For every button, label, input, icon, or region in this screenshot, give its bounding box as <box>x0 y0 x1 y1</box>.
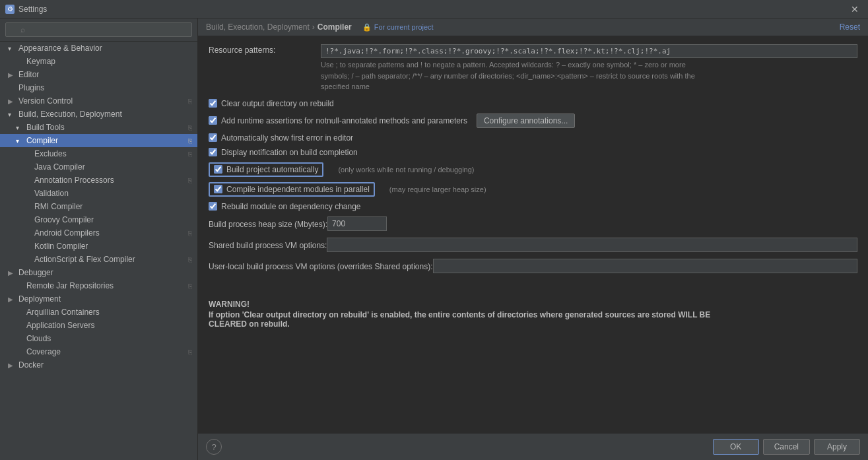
sidebar-item-java-compiler[interactable]: Java Compiler <box>0 160 197 174</box>
sidebar-item-debugger[interactable]: ▶ Debugger <box>0 266 197 279</box>
resource-patterns-input[interactable] <box>321 44 857 58</box>
sidebar-item-excludes[interactable]: Excludes ⎘ <box>0 147 197 160</box>
sidebar-item-label-editor: Editor <box>18 70 39 79</box>
copy-icon-build-tools: ⎘ <box>188 124 192 131</box>
sidebar-tree: ▾ Appearance & Behavior Keymap ▶ Editor … <box>0 42 197 460</box>
sidebar-item-compiler[interactable]: ▾ Compiler ⎘ <box>0 134 197 147</box>
checkbox-label-compile: Compile independent modules in parallel <box>226 185 370 194</box>
checkbox-rebuild[interactable] <box>209 202 217 211</box>
user-vm-row: User-local build process VM options (ove… <box>209 259 857 273</box>
sidebar-item-annotation[interactable]: Annotation Processors ⎘ <box>0 174 197 187</box>
ok-button[interactable]: OK <box>713 439 759 455</box>
checkbox-clear-output[interactable] <box>209 99 217 108</box>
sidebar-item-label-kotlin: Kotlin Compiler <box>34 242 88 251</box>
sidebar-item-build-tools[interactable]: ▾ Build Tools ⎘ <box>0 121 197 134</box>
resource-patterns-container: Use ; to separate patterns and ! to nega… <box>321 44 857 92</box>
checkbox-note-build-auto: (only works while not running / debuggin… <box>338 166 474 174</box>
warning-block: WARNING! If option 'Clear output directo… <box>209 300 857 329</box>
breadcrumb: Build, Execution, Deployment › Compiler … <box>206 22 434 32</box>
close-button[interactable]: ✕ <box>847 3 863 16</box>
checkbox-row-autoshow: Automatically show first error in editor <box>209 133 857 143</box>
resource-patterns-label: Resource patterns: <box>209 44 321 55</box>
sidebar-item-kotlin[interactable]: Kotlin Compiler <box>0 240 197 253</box>
apply-button[interactable]: Apply <box>814 439 860 455</box>
sidebar-item-label-debugger: Debugger <box>18 268 53 277</box>
sidebar-item-label-arquillian: Arquillian Containers <box>26 308 100 317</box>
sidebar-item-label-plugins: Plugins <box>18 83 44 92</box>
search-input[interactable] <box>5 22 192 37</box>
checkbox-label-clear: Clear output directory on rebuild <box>221 99 334 108</box>
checkbox-row-notification: Display notification on build completion <box>209 148 857 157</box>
copy-icon-vc: ⎘ <box>188 98 192 105</box>
expand-arrow-editor: ▶ <box>8 71 16 79</box>
checkbox-label-autoshow: Automatically show first error in editor <box>221 133 353 143</box>
sidebar-item-label-excludes: Excludes <box>34 149 67 158</box>
checkbox-autoshow[interactable] <box>209 133 217 142</box>
sidebar-item-coverage[interactable]: Coverage ⎘ <box>0 345 197 358</box>
settings-icon: ⚙ <box>5 5 15 14</box>
title-bar-left: ⚙ Settings <box>5 5 47 14</box>
sidebar-item-groovy[interactable]: Groovy Compiler <box>0 213 197 226</box>
shared-vm-label: Shared build process VM options: <box>209 240 327 250</box>
sidebar-item-label-validation: Validation <box>34 189 69 198</box>
sidebar-item-keymap[interactable]: Keymap <box>0 55 197 68</box>
checkbox-row-rebuild: Rebuild module on dependency change <box>209 202 857 211</box>
sidebar-item-version-control[interactable]: ▶ Version Control ⎘ <box>0 94 197 108</box>
checkbox-row-build-auto: Build project automatically (only works … <box>209 162 857 177</box>
checkbox-row-clear: Clear output directory on rebuild <box>209 99 857 108</box>
sidebar-item-plugins[interactable]: Plugins <box>0 81 197 94</box>
warning-title: WARNING! <box>209 300 857 309</box>
resource-patterns-hint: Use ; to separate patterns and ! to nega… <box>321 59 857 92</box>
project-label-text: For current project <box>374 23 434 31</box>
shared-vm-input[interactable] <box>327 238 857 252</box>
sidebar-item-arquillian[interactable]: Arquillian Containers <box>0 306 197 319</box>
resource-patterns-row: Resource patterns: Use ; to separate pat… <box>209 44 857 92</box>
heap-size-input[interactable] <box>327 216 387 231</box>
sidebar: 🔍 ▾ Appearance & Behavior Keymap ▶ Edito… <box>0 18 198 460</box>
breadcrumb-bar: Build, Execution, Deployment › Compiler … <box>198 18 868 36</box>
sidebar-item-rmi[interactable]: RMI Compiler <box>0 200 197 213</box>
checkbox-note-compile: (may require larger heap size) <box>389 185 486 193</box>
copy-icon-excludes: ⎘ <box>188 150 192 158</box>
sidebar-item-label-android: Android Compilers <box>34 228 100 238</box>
sidebar-item-app-servers[interactable]: Application Servers <box>0 319 197 332</box>
checkbox-label-notification: Display notification on build completion <box>221 148 358 157</box>
title-bar-title: Settings <box>18 5 47 14</box>
sidebar-item-deployment[interactable]: ▶ Deployment <box>0 292 197 306</box>
expand-arrow-docker: ▶ <box>8 362 16 369</box>
dialog: 🔍 ▾ Appearance & Behavior Keymap ▶ Edito… <box>0 18 868 460</box>
reset-link[interactable]: Reset <box>840 22 860 32</box>
configure-annotations-button[interactable]: Configure annotations... <box>477 114 575 128</box>
sidebar-item-docker[interactable]: ▶ Docker <box>0 358 197 372</box>
sidebar-item-clouds[interactable]: Clouds <box>0 332 197 345</box>
user-vm-input[interactable] <box>433 259 858 273</box>
sidebar-item-label-actionscript: ActionScript & Flex Compiler <box>34 255 135 264</box>
sidebar-item-validation[interactable]: Validation <box>0 187 197 200</box>
sidebar-item-build-exec[interactable]: ▾ Build, Execution, Deployment <box>0 108 197 121</box>
checkbox-compile-parallel[interactable] <box>214 185 222 193</box>
sidebar-item-remote-jar[interactable]: Remote Jar Repositories ⎘ <box>0 279 197 292</box>
checkbox-row-compile-parallel: Compile independent modules in parallel … <box>209 182 857 197</box>
copy-icon-compiler: ⎘ <box>188 137 192 145</box>
checkbox-build-auto[interactable] <box>214 165 222 174</box>
sidebar-item-label-build-exec: Build, Execution, Deployment <box>18 110 122 119</box>
main-content: Build, Execution, Deployment › Compiler … <box>198 18 868 460</box>
sidebar-item-label-remote: Remote Jar Repositories <box>26 281 114 290</box>
sidebar-item-editor[interactable]: ▶ Editor <box>0 68 197 81</box>
cancel-button[interactable]: Cancel <box>763 439 810 455</box>
copy-icon-android: ⎘ <box>188 230 192 237</box>
checkbox-notification[interactable] <box>209 148 217 156</box>
footer-buttons: OK Cancel Apply <box>713 439 860 455</box>
heap-size-label: Build process heap size (Mbytes): <box>209 218 327 229</box>
breadcrumb-current: Compiler <box>317 22 352 32</box>
sidebar-item-appearance[interactable]: ▾ Appearance & Behavior <box>0 42 197 55</box>
help-button[interactable]: ? <box>206 439 222 455</box>
checkbox-runtime[interactable] <box>209 116 217 125</box>
sidebar-item-label-coverage: Coverage <box>26 347 61 356</box>
sidebar-item-android[interactable]: Android Compilers ⎘ <box>0 226 197 240</box>
sidebar-item-label-java: Java Compiler <box>34 162 85 172</box>
sidebar-item-label-annotation: Annotation Processors <box>34 176 114 185</box>
breadcrumb-separator: › <box>312 22 315 32</box>
copy-icon-annotation: ⎘ <box>188 177 192 184</box>
sidebar-item-actionscript[interactable]: ActionScript & Flex Compiler ⎘ <box>0 253 197 266</box>
